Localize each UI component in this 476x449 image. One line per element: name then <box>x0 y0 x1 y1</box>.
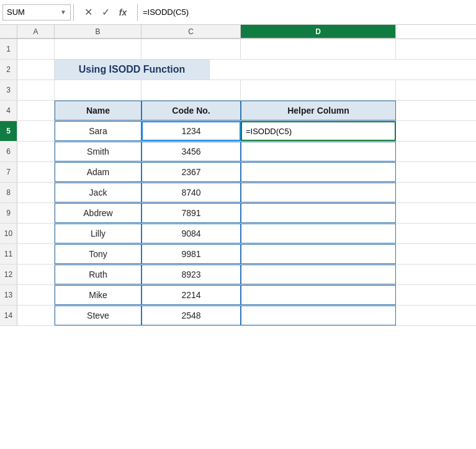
formula-bar-divider <box>73 4 74 21</box>
cell-a13[interactable] <box>17 285 55 305</box>
cell-b9[interactable]: Abdrew <box>55 203 141 223</box>
cell-a8[interactable] <box>17 183 55 202</box>
row-8: 8Jack8740 <box>0 183 476 203</box>
cancel-icon[interactable]: ✕ <box>81 6 95 18</box>
row-6: 6Smith3456 <box>0 142 476 162</box>
row-num-8: 8 <box>0 183 17 202</box>
row-11: 11Tony9981 <box>0 244 476 265</box>
row-num-12: 12 <box>0 265 17 284</box>
row-num-6: 6 <box>0 142 17 161</box>
cell-c12[interactable]: 8923 <box>141 265 241 284</box>
cell-c7[interactable]: 2367 <box>141 162 241 182</box>
cell-title[interactable]: Using ISODD Function <box>55 60 210 79</box>
confirm-icon[interactable]: ✓ <box>99 6 112 18</box>
row-num-14: 14 <box>0 306 17 325</box>
cell-header-name[interactable]: Name <box>55 101 141 120</box>
row-13: 13Mike2214 <box>0 285 476 306</box>
cell-d3[interactable] <box>241 80 396 100</box>
cell-a10[interactable] <box>17 224 55 243</box>
cell-d7[interactable] <box>241 162 396 182</box>
row-num-11: 11 <box>0 244 17 264</box>
cell-b6[interactable]: Smith <box>55 142 141 161</box>
cell-d5[interactable]: =ISODD(C5) <box>241 121 396 141</box>
cell-c6[interactable]: 3456 <box>141 142 241 161</box>
cell-d11[interactable] <box>241 244 396 264</box>
col-header-b[interactable]: B <box>55 25 141 39</box>
cell-d6[interactable] <box>241 142 396 161</box>
cell-a5[interactable] <box>17 121 55 141</box>
cell-b8[interactable]: Jack <box>55 183 141 202</box>
formula-bar: SUM ▼ ✕ ✓ fx <box>0 0 476 25</box>
row-9: 9Abdrew7891 <box>0 203 476 224</box>
formula-icons: ✕ ✓ fx <box>76 6 135 18</box>
row-num-corner <box>0 25 17 39</box>
row-num-5: 5 <box>0 121 17 141</box>
formula-input-divider <box>137 4 138 21</box>
row-12: 12Ruth8923 <box>0 265 476 285</box>
cell-a1[interactable] <box>17 39 55 59</box>
cell-c8[interactable]: 8740 <box>141 183 241 202</box>
row-7: 7Adam2367 <box>0 162 476 183</box>
cell-c14[interactable]: 2548 <box>141 306 241 325</box>
cell-d1[interactable] <box>241 39 396 59</box>
row-10: 10Lilly9084 <box>0 224 476 244</box>
cell-a7[interactable] <box>17 162 55 182</box>
cell-a2[interactable] <box>17 60 55 79</box>
cell-d9[interactable] <box>241 203 396 223</box>
spreadsheet: A B C D 1 2 Using ISODD Function 3 4 Nam… <box>0 25 476 326</box>
cell-a4[interactable] <box>17 101 55 120</box>
name-box-dropdown-icon[interactable]: ▼ <box>60 9 66 16</box>
cell-c5[interactable]: 1234 <box>141 121 241 141</box>
cell-header-code[interactable]: Code No. <box>141 101 241 120</box>
cell-b13[interactable]: Mike <box>55 285 141 305</box>
name-box-value: SUM <box>7 7 25 17</box>
cell-a6[interactable] <box>17 142 55 161</box>
row-2: 2 Using ISODD Function <box>0 60 476 80</box>
cell-b10[interactable]: Lilly <box>55 224 141 243</box>
cell-c13[interactable]: 2214 <box>141 285 241 305</box>
col-header-c[interactable]: C <box>141 25 241 39</box>
cell-d10[interactable] <box>241 224 396 243</box>
cell-b5[interactable]: Sara <box>55 121 141 141</box>
cell-a3[interactable] <box>17 80 55 100</box>
row-num-7: 7 <box>0 162 17 182</box>
cell-b1[interactable] <box>55 39 141 59</box>
cell-a11[interactable] <box>17 244 55 264</box>
row-3: 3 <box>0 80 476 101</box>
row-num-3: 3 <box>0 80 17 100</box>
row-1: 1 <box>0 39 476 60</box>
column-headers: A B C D <box>0 25 476 39</box>
row-num-13: 13 <box>0 285 17 305</box>
fx-icon[interactable]: fx <box>116 7 130 17</box>
row-4: 4 Name Code No. Helper Column <box>0 101 476 121</box>
cell-d8[interactable] <box>241 183 396 202</box>
cell-b14[interactable]: Steve <box>55 306 141 325</box>
cell-d14[interactable] <box>241 306 396 325</box>
row-14: 14Steve2548 <box>0 306 476 326</box>
cell-c3[interactable] <box>141 80 241 100</box>
cell-c9[interactable]: 7891 <box>141 203 241 223</box>
cell-a9[interactable] <box>17 203 55 223</box>
row-num-2: 2 <box>0 60 17 79</box>
cell-b7[interactable]: Adam <box>55 162 141 182</box>
cell-b12[interactable]: Ruth <box>55 265 141 284</box>
cell-c10[interactable]: 9084 <box>141 224 241 243</box>
col-header-a[interactable]: A <box>17 25 55 39</box>
cell-c11[interactable]: 9981 <box>141 244 241 264</box>
formula-input[interactable] <box>140 4 474 20</box>
row-num-1: 1 <box>0 39 17 59</box>
cell-c1[interactable] <box>141 39 241 59</box>
row-num-9: 9 <box>0 203 17 223</box>
cell-header-helper[interactable]: Helper Column <box>241 101 396 120</box>
name-box[interactable]: SUM ▼ <box>2 4 71 20</box>
row-num-10: 10 <box>0 224 17 243</box>
col-header-d[interactable]: D <box>241 25 396 39</box>
cell-d12[interactable] <box>241 265 396 284</box>
cell-b11[interactable]: Tony <box>55 244 141 264</box>
cell-a12[interactable] <box>17 265 55 284</box>
row-5: 5Sara1234=ISODD(C5) <box>0 121 476 142</box>
row-num-4: 4 <box>0 101 17 120</box>
cell-d13[interactable] <box>241 285 396 305</box>
cell-b3[interactable] <box>55 80 141 100</box>
cell-a14[interactable] <box>17 306 55 325</box>
